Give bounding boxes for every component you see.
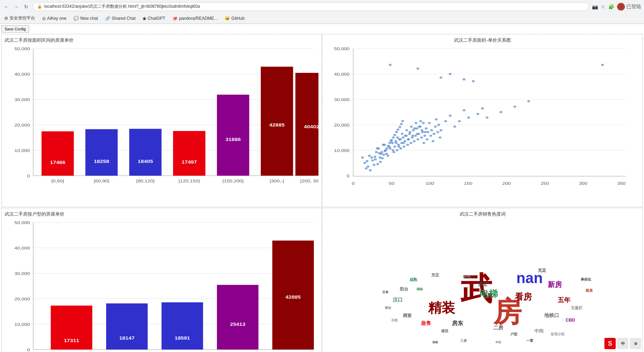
bar-chart-1-svg: 50,000 40,000 30,000 20,000 10,000 0 bbox=[5, 45, 318, 201]
wordcloud-word: 三居 bbox=[460, 338, 467, 343]
svg-point-172 bbox=[397, 128, 399, 130]
reload-button[interactable]: ↻ bbox=[23, 3, 30, 10]
svg-point-84 bbox=[421, 131, 424, 133]
svg-point-122 bbox=[409, 131, 412, 133]
back-button[interactable]: ← bbox=[3, 3, 10, 10]
svg-point-132 bbox=[424, 131, 427, 133]
svg-text:25413: 25413 bbox=[230, 322, 246, 327]
bar-area-2 bbox=[85, 129, 117, 176]
wordcloud-word: 铃包 bbox=[463, 274, 471, 279]
svg-point-158 bbox=[374, 156, 376, 158]
sharedchat-icon: 🔗 bbox=[105, 16, 110, 21]
svg-point-144 bbox=[444, 120, 447, 122]
bookmark-pandora[interactable]: 🐙 pandora/README... bbox=[171, 15, 219, 22]
svg-text:10,000: 10,000 bbox=[15, 148, 30, 153]
svg-point-151 bbox=[481, 107, 484, 110]
wordcloud-word: 新房 bbox=[548, 280, 562, 289]
svg-point-68 bbox=[403, 146, 406, 148]
svg-text:50,000: 50,000 bbox=[15, 47, 30, 51]
svg-point-113 bbox=[395, 142, 398, 144]
svg-point-73 bbox=[408, 133, 411, 135]
svg-point-160 bbox=[378, 152, 380, 154]
screenshot-icon[interactable]: 📷 bbox=[592, 4, 598, 10]
svg-point-75 bbox=[411, 136, 414, 139]
zh-icon[interactable]: 中 bbox=[617, 338, 628, 349]
wordcloud-word: 一室 bbox=[526, 338, 533, 343]
svg-point-126 bbox=[415, 122, 418, 124]
svg-point-91 bbox=[429, 135, 432, 137]
svg-point-129 bbox=[419, 120, 422, 122]
svg-point-149 bbox=[467, 116, 470, 118]
settings-br-icon[interactable]: ⚙ bbox=[630, 338, 641, 349]
bar-room-4 bbox=[217, 285, 258, 350]
svg-text:20,000: 20,000 bbox=[15, 297, 30, 301]
svg-point-155 bbox=[367, 165, 369, 168]
wordcloud-area: 武房nan精装电梯看房新房五年地铁口房东急售二房满五中间汉口充足CBD无遮拦阳台… bbox=[326, 219, 639, 352]
wordcloud-word: 福临 bbox=[416, 287, 423, 291]
bookmark-aikey[interactable]: ◎ AiKey one bbox=[41, 15, 68, 22]
svg-point-145 bbox=[449, 115, 452, 117]
svg-point-128 bbox=[418, 125, 421, 128]
svg-text:30,000: 30,000 bbox=[15, 98, 30, 102]
svg-text:40,000: 40,000 bbox=[15, 246, 30, 251]
svg-point-134 bbox=[416, 68, 419, 70]
svg-text:[200, 300]: [200, 300] bbox=[300, 178, 318, 183]
wordcloud-word: 住宅小区 bbox=[551, 332, 565, 337]
svg-point-93 bbox=[432, 140, 435, 142]
svg-point-60 bbox=[393, 146, 396, 148]
chart-wordcloud-title: 武汉二手房销售热度词 bbox=[326, 211, 639, 217]
forward-button[interactable]: → bbox=[13, 3, 20, 10]
svg-text:20,000: 20,000 bbox=[15, 123, 30, 128]
browser-actions: 📷 ☆ 🧩 R 已登陆 bbox=[592, 3, 641, 11]
svg-point-135 bbox=[439, 76, 442, 78]
bookmark-security[interactable]: ⚙ 安全管控平台 bbox=[3, 14, 36, 22]
svg-point-107 bbox=[380, 151, 383, 153]
bookmark-newchat[interactable]: 💬 New chat bbox=[72, 15, 99, 22]
svg-text:42885: 42885 bbox=[286, 295, 301, 300]
svg-point-50 bbox=[370, 157, 373, 159]
bookmark-chatgpt[interactable]: ◉ ChatGPT bbox=[141, 15, 167, 22]
svg-text:30,000: 30,000 bbox=[334, 98, 350, 102]
svg-text:17466: 17466 bbox=[50, 160, 65, 165]
svg-text:[120,150]: [120,150] bbox=[179, 178, 200, 183]
page-content: Save Config 武汉二手房按面积区间的房屋单价 50,000 40,00… bbox=[0, 24, 644, 352]
extensions-icon[interactable]: 🧩 bbox=[608, 4, 614, 10]
svg-point-89 bbox=[427, 131, 430, 133]
user-avatar[interactable]: R bbox=[617, 3, 625, 11]
address-bar[interactable]: 🔒 localhost:63342/anjuke/武汉二手房数据分析.html?… bbox=[33, 2, 589, 11]
url-text: localhost:63342/anjuke/武汉二手房数据分析.html?_i… bbox=[44, 4, 200, 10]
bookmark-sharedchat-label: Shared Chat bbox=[112, 16, 136, 21]
svg-text:0: 0 bbox=[27, 174, 30, 178]
svg-text:40,000: 40,000 bbox=[334, 72, 350, 77]
newchat-icon: 💬 bbox=[74, 16, 79, 21]
svg-point-154 bbox=[365, 167, 368, 169]
bar-room-3 bbox=[162, 302, 203, 350]
svg-text:18591: 18591 bbox=[174, 336, 190, 341]
svg-text:[150,200]: [150,200] bbox=[223, 178, 244, 183]
chart-area-bar-title: 武汉二手房按面积区间的房屋单价 bbox=[5, 37, 318, 43]
svg-text:18258: 18258 bbox=[94, 159, 109, 164]
lock-icon: 🔒 bbox=[37, 4, 42, 9]
svg-point-92 bbox=[430, 129, 433, 131]
svg-point-108 bbox=[383, 144, 386, 146]
svg-point-101 bbox=[366, 160, 368, 162]
svg-point-165 bbox=[386, 147, 389, 149]
bookmark-icon[interactable]: ☆ bbox=[601, 4, 605, 10]
bar-area-6 bbox=[261, 67, 293, 176]
s-icon[interactable]: S bbox=[604, 338, 616, 349]
bookmark-github[interactable]: 🐱 GitHub bbox=[223, 15, 246, 22]
wordcloud-word: 充足 bbox=[538, 267, 546, 273]
svg-text:10,000: 10,000 bbox=[334, 148, 350, 153]
user-info: R 已登陆 bbox=[617, 3, 641, 11]
svg-point-162 bbox=[381, 157, 384, 159]
svg-point-95 bbox=[434, 125, 437, 128]
bookmarks-bar: ⚙ 安全管控平台 ◎ AiKey one 💬 New chat 🔗 Shared… bbox=[0, 13, 644, 24]
svg-point-167 bbox=[388, 142, 391, 144]
wordcloud-word: 五年 bbox=[558, 296, 570, 304]
save-config-button[interactable]: Save Config bbox=[1, 25, 29, 33]
bookmark-github-label: GitHub bbox=[231, 16, 245, 21]
svg-point-99 bbox=[439, 136, 442, 139]
bookmark-sharedchat[interactable]: 🔗 Shared Chat bbox=[104, 15, 137, 22]
svg-point-174 bbox=[400, 123, 403, 125]
svg-point-153 bbox=[363, 162, 366, 164]
